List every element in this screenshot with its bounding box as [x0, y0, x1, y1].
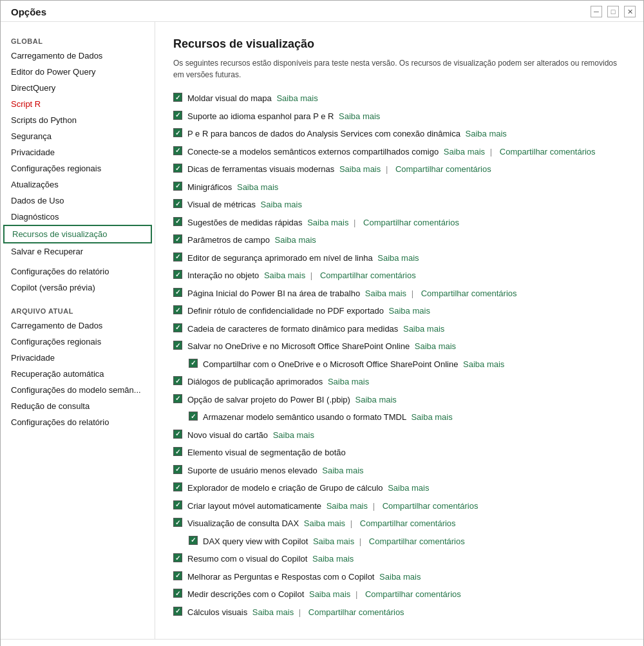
compartilhar-link-f12[interactable]: Compartilhar comentários — [421, 289, 517, 298]
sidebar-item-carregamento-dados[interactable]: Carregamento de Dados — [1, 48, 155, 64]
saiba-mais-link-f4[interactable]: Saiba mais — [444, 147, 485, 157]
sidebar-item-dados-uso[interactable]: Dados de Uso — [1, 193, 155, 209]
minimize-button[interactable]: ─ — [591, 6, 602, 17]
sidebar-item-recuperacao-automatica[interactable]: Recuperação automática — [1, 366, 155, 382]
sidebar-item-directquery[interactable]: DirectQuery — [1, 80, 155, 96]
compartilhar-link-f22[interactable]: Compartilhar comentários — [383, 501, 478, 511]
saiba-mais-link-f12[interactable]: Saiba mais — [365, 289, 406, 298]
checkbox-f7[interactable] — [173, 199, 182, 208]
sidebar-item-configuracoes-relatorio-2[interactable]: Configurações do relatório — [1, 414, 155, 430]
sidebar-item-recursos-visualizacao[interactable]: Recursos de visualização — [3, 225, 152, 243]
sidebar-item-reducao-consulta[interactable]: Redução de consulta — [1, 398, 155, 414]
checkbox-f17[interactable] — [173, 394, 182, 403]
saiba-mais-link-f11[interactable]: Saiba mais — [264, 271, 305, 280]
checkbox-f10[interactable] — [173, 252, 182, 261]
checkbox-f8[interactable] — [173, 217, 182, 226]
saiba-mais-link-f23[interactable]: Saiba mais — [304, 518, 345, 528]
checkbox-f3[interactable] — [173, 128, 182, 137]
sidebar-item-script-r[interactable]: Script R — [1, 96, 155, 112]
checkbox-f24[interactable] — [173, 553, 182, 562]
close-button[interactable]: ✕ — [624, 6, 636, 17]
compartilhar-link-f27[interactable]: Compartilhar comentários — [308, 607, 404, 617]
sidebar-item-configuracoes-regionais-2[interactable]: Configurações regionais — [1, 334, 155, 350]
compartilhar-link-f11[interactable]: Compartilhar comentários — [320, 271, 416, 280]
compartilhar-link-f5[interactable]: Compartilhar comentários — [395, 164, 491, 174]
feature-text-f12: Página Inicial do Power BI na área de tr… — [187, 287, 625, 300]
sidebar-item-configuracoes-relatorio-global[interactable]: Configurações do relatório — [1, 263, 155, 280]
checkbox-f25[interactable] — [173, 571, 182, 580]
saiba-mais-link-f16[interactable]: Saiba mais — [328, 377, 369, 386]
saiba-mais-link-f7[interactable]: Saiba mais — [261, 200, 302, 209]
checkbox-f20[interactable] — [173, 465, 182, 474]
compartilhar-link-f26[interactable]: Compartilhar comentários — [365, 589, 461, 599]
saiba-mais-link-f15b[interactable]: Saiba mais — [463, 359, 504, 369]
sidebar-item-salvar-recuperar[interactable]: Salvar e Recuperar — [1, 243, 155, 260]
checkbox-f26[interactable] — [173, 589, 182, 598]
checkbox-f9[interactable] — [173, 234, 182, 243]
saiba-mais-link-f14[interactable]: Saiba mais — [403, 324, 444, 334]
checkbox-f16[interactable] — [173, 376, 182, 385]
checkbox-f18[interactable] — [173, 430, 182, 439]
sidebar-item-scripts-python[interactable]: Scripts do Python — [1, 112, 155, 128]
sidebar-item-configuracoes-modelo[interactable]: Configurações do modelo semân... — [1, 382, 155, 398]
checkbox-f15[interactable] — [173, 341, 182, 350]
sidebar-item-seguranca[interactable]: Segurança — [1, 128, 155, 144]
checkbox-f27[interactable] — [173, 607, 182, 616]
saiba-mais-link-f26[interactable]: Saiba mais — [309, 589, 350, 599]
global-section-title: GLOBAL — [1, 32, 155, 48]
checkbox-f12[interactable] — [173, 288, 182, 297]
checkbox-f13[interactable] — [173, 305, 182, 314]
checkbox-f19[interactable] — [173, 447, 182, 456]
sidebar-item-privacidade-2[interactable]: Privacidade — [1, 350, 155, 366]
sidebar-item-privacidade[interactable]: Privacidade — [1, 144, 155, 160]
checkbox-f23[interactable] — [173, 518, 182, 527]
saiba-mais-link-f2[interactable]: Saiba mais — [339, 111, 380, 121]
sidebar-item-atualizacoes[interactable]: Atualizações — [1, 176, 155, 193]
saiba-mais-link-f24[interactable]: Saiba mais — [312, 554, 354, 564]
checkbox-f2[interactable] — [173, 111, 182, 120]
saiba-mais-link-f27[interactable]: Saiba mais — [252, 607, 294, 617]
saiba-mais-link-f17b[interactable]: Saiba mais — [411, 412, 452, 422]
maximize-button[interactable]: □ — [607, 6, 619, 17]
compartilhar-link-f23[interactable]: Compartilhar comentários — [360, 518, 456, 528]
saiba-mais-link-f25[interactable]: Saiba mais — [379, 572, 421, 582]
checkbox-f4[interactable] — [173, 146, 182, 155]
saiba-mais-link-f22[interactable]: Saiba mais — [327, 501, 368, 511]
saiba-mais-link-f23b[interactable]: Saiba mais — [313, 537, 354, 546]
saiba-mais-link-f15[interactable]: Saiba mais — [415, 341, 456, 351]
saiba-mais-link-f20[interactable]: Saiba mais — [322, 466, 363, 475]
checkbox-f22[interactable] — [173, 500, 182, 509]
checkbox-f1[interactable] — [173, 93, 182, 102]
saiba-mais-link-f13[interactable]: Saiba mais — [389, 306, 430, 316]
saiba-mais-link-f9[interactable]: Saiba mais — [275, 235, 316, 245]
sidebar-item-editor-power-query[interactable]: Editor do Power Query — [1, 64, 155, 80]
checkbox-f5[interactable] — [173, 164, 182, 173]
checkbox-f14[interactable] — [173, 323, 182, 332]
saiba-mais-link-f21[interactable]: Saiba mais — [388, 483, 429, 493]
checkbox-f15b[interactable] — [189, 359, 198, 368]
checkbox-f17b[interactable] — [189, 412, 198, 421]
compartilhar-link-f4[interactable]: Compartilhar comentários — [500, 147, 596, 157]
sidebar-item-copilot[interactable]: Copilot (versão prévia) — [1, 280, 155, 296]
sidebar-item-carregamento-dados-2[interactable]: Carregamento de Dados — [1, 318, 155, 334]
saiba-mais-link-f17[interactable]: Saiba mais — [355, 395, 397, 404]
checkbox-f21[interactable] — [173, 482, 182, 491]
checkbox-f23b[interactable] — [189, 536, 198, 545]
compartilhar-link-f8[interactable]: Compartilhar comentários — [363, 218, 459, 227]
saiba-mais-link-f8[interactable]: Saiba mais — [307, 218, 348, 227]
compartilhar-link-f23b[interactable]: Compartilhar comentários — [369, 537, 465, 546]
saiba-mais-link-f5[interactable]: Saiba mais — [339, 164, 381, 174]
saiba-mais-link-f6[interactable]: Saiba mais — [237, 182, 278, 192]
saiba-mais-link-f10[interactable]: Saiba mais — [377, 253, 419, 263]
saiba-mais-link-f1[interactable]: Saiba mais — [276, 93, 317, 103]
feature-item-f2: Suporte ao idioma espanhol para P e R Sa… — [173, 110, 625, 123]
checkbox-f6[interactable] — [173, 182, 182, 191]
checkbox-f11[interactable] — [173, 270, 182, 279]
saiba-mais-link-f18[interactable]: Saiba mais — [273, 430, 314, 440]
sidebar-item-configuracoes-regionais[interactable]: Configurações regionais — [1, 160, 155, 176]
feature-text-f1: Moldar visual do mapa Saiba mais — [187, 92, 625, 105]
feature-item-f7: Visual de métricas Saiba mais — [173, 198, 625, 211]
feature-text-f23: Visualização de consulta DAX Saiba mais … — [187, 517, 625, 530]
sidebar-item-diagnosticos[interactable]: Diagnósticos — [1, 209, 155, 225]
saiba-mais-link-f3[interactable]: Saiba mais — [466, 129, 507, 138]
